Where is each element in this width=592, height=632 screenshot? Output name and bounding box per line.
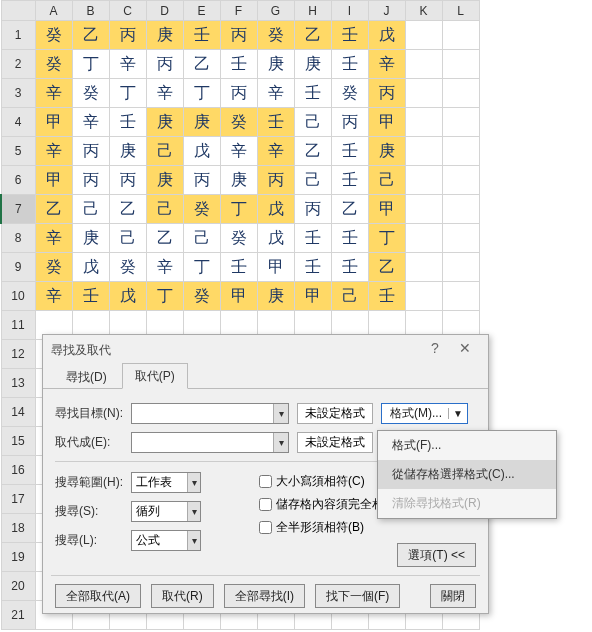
lookin-select[interactable]: ▾: [131, 530, 201, 551]
cell[interactable]: 壬: [331, 137, 368, 166]
find-all-button[interactable]: 全部尋找(I): [224, 584, 305, 608]
cell[interactable]: 庚: [368, 137, 405, 166]
cell[interactable]: [405, 79, 442, 108]
cell[interactable]: 己: [109, 224, 146, 253]
cell[interactable]: 乙: [146, 224, 183, 253]
cell[interactable]: 癸: [220, 224, 257, 253]
cell[interactable]: 辛: [220, 137, 257, 166]
column-header[interactable]: I: [331, 1, 368, 21]
cell[interactable]: 乙: [294, 137, 331, 166]
cell[interactable]: 乙: [294, 21, 331, 50]
close-button[interactable]: 關閉: [430, 584, 476, 608]
cell[interactable]: 甲: [368, 195, 405, 224]
cell[interactable]: [405, 253, 442, 282]
cell[interactable]: [405, 224, 442, 253]
cell[interactable]: 辛: [146, 79, 183, 108]
cell[interactable]: 癸: [257, 21, 294, 50]
row-header[interactable]: 11: [1, 311, 35, 340]
cell[interactable]: [442, 50, 479, 79]
row-header[interactable]: 4: [1, 108, 35, 137]
cell[interactable]: 癸: [183, 282, 220, 311]
menu-item-format[interactable]: 格式(F)...: [378, 431, 556, 460]
cell[interactable]: 乙: [72, 21, 109, 50]
cell[interactable]: 庚: [257, 282, 294, 311]
cell[interactable]: 丙: [183, 166, 220, 195]
cell[interactable]: 丙: [146, 50, 183, 79]
cell[interactable]: 癸: [35, 21, 72, 50]
row-header[interactable]: 6: [1, 166, 35, 195]
row-header[interactable]: 13: [1, 369, 35, 398]
cell[interactable]: 庚: [183, 108, 220, 137]
row-header[interactable]: 3: [1, 79, 35, 108]
chevron-down-icon[interactable]: ▼: [448, 408, 463, 419]
scope-select[interactable]: ▾: [131, 472, 201, 493]
cell[interactable]: 癸: [220, 108, 257, 137]
row-header[interactable]: 8: [1, 224, 35, 253]
cell[interactable]: 己: [146, 195, 183, 224]
cell[interactable]: 丁: [72, 50, 109, 79]
cell[interactable]: 壬: [331, 224, 368, 253]
cell[interactable]: 甲: [368, 108, 405, 137]
cell[interactable]: 乙: [109, 195, 146, 224]
row-header[interactable]: 15: [1, 427, 35, 456]
find-next-button[interactable]: 找下一個(F): [315, 584, 400, 608]
cell[interactable]: 壬: [331, 50, 368, 79]
cell[interactable]: 己: [294, 166, 331, 195]
column-header[interactable]: K: [405, 1, 442, 21]
cell[interactable]: [442, 79, 479, 108]
column-header[interactable]: J: [368, 1, 405, 21]
cell[interactable]: 甲: [294, 282, 331, 311]
cell[interactable]: 壬: [294, 224, 331, 253]
cell[interactable]: 癸: [183, 195, 220, 224]
cell[interactable]: 丁: [109, 79, 146, 108]
match-width-checkbox[interactable]: 全半形須相符(B): [255, 518, 476, 537]
cell[interactable]: [442, 166, 479, 195]
column-header[interactable]: H: [294, 1, 331, 21]
search-select[interactable]: ▾: [131, 501, 201, 522]
column-header[interactable]: E: [183, 1, 220, 21]
row-header[interactable]: 9: [1, 253, 35, 282]
column-header[interactable]: A: [35, 1, 72, 21]
cell[interactable]: 辛: [368, 50, 405, 79]
cell[interactable]: 丙: [109, 21, 146, 50]
cell[interactable]: 辛: [35, 224, 72, 253]
cell[interactable]: [405, 195, 442, 224]
cell[interactable]: 乙: [35, 195, 72, 224]
cell[interactable]: 戊: [183, 137, 220, 166]
cell[interactable]: 壬: [109, 108, 146, 137]
help-button[interactable]: ?: [420, 340, 450, 360]
cell[interactable]: 壬: [331, 166, 368, 195]
find-input[interactable]: ▾: [131, 403, 289, 424]
cell[interactable]: 丙: [294, 195, 331, 224]
cell[interactable]: [442, 137, 479, 166]
cell[interactable]: 辛: [146, 253, 183, 282]
menu-item-choose-from-cell[interactable]: 從儲存格選擇格式(C)...: [378, 460, 556, 489]
cell[interactable]: [405, 282, 442, 311]
tab-replace[interactable]: 取代(P): [122, 363, 188, 389]
cell[interactable]: 壬: [331, 21, 368, 50]
cell[interactable]: [442, 224, 479, 253]
cell[interactable]: [442, 21, 479, 50]
cell[interactable]: 己: [294, 108, 331, 137]
cell[interactable]: 辛: [72, 108, 109, 137]
row-header[interactable]: 19: [1, 543, 35, 572]
cell[interactable]: 甲: [220, 282, 257, 311]
cell[interactable]: 辛: [257, 137, 294, 166]
cell[interactable]: 癸: [331, 79, 368, 108]
cell[interactable]: 庚: [146, 166, 183, 195]
cell[interactable]: 壬: [257, 108, 294, 137]
cell[interactable]: 壬: [294, 253, 331, 282]
cell[interactable]: [442, 282, 479, 311]
row-header[interactable]: 12: [1, 340, 35, 369]
cell[interactable]: 己: [146, 137, 183, 166]
row-header[interactable]: 17: [1, 485, 35, 514]
cell[interactable]: [405, 166, 442, 195]
cell[interactable]: 丁: [146, 282, 183, 311]
cell[interactable]: 壬: [220, 50, 257, 79]
cell[interactable]: 庚: [294, 50, 331, 79]
cell[interactable]: [442, 253, 479, 282]
cell[interactable]: 壬: [294, 79, 331, 108]
cell[interactable]: 甲: [35, 108, 72, 137]
cell[interactable]: 壬: [331, 253, 368, 282]
replace-button[interactable]: 取代(R): [151, 584, 214, 608]
